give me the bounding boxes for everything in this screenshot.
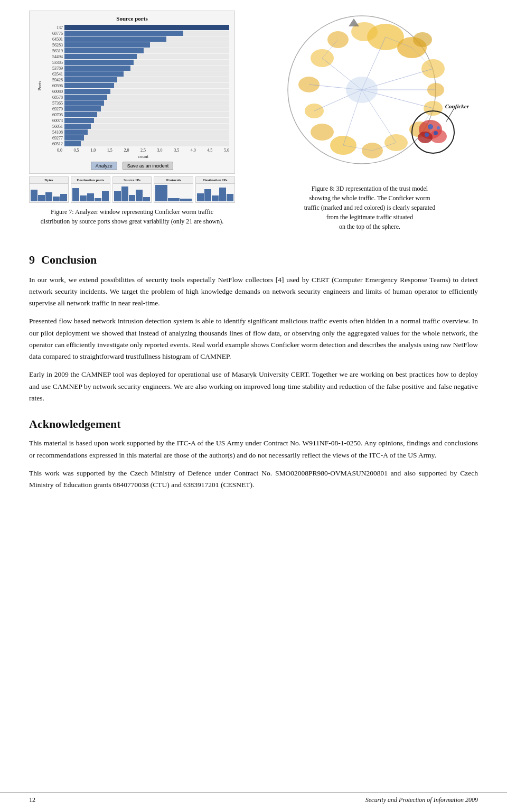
bar-row: 60080 xyxy=(42,89,229,94)
bar-fill xyxy=(64,135,84,141)
svg-point-37 xyxy=(428,124,433,129)
save-incident-button[interactable]: Save as an incident xyxy=(123,162,174,170)
bar-row: 57365 xyxy=(42,100,229,106)
network-graph: Conficker xyxy=(269,11,470,180)
bar-row: 54108 xyxy=(42,129,229,135)
bar-row: 68776 xyxy=(42,31,229,36)
bar-fill xyxy=(64,54,137,59)
page: Source ports Ports 137687766450156283563… xyxy=(0,0,507,812)
bar-row: 53789 xyxy=(42,66,229,71)
chart-buttons: Analyze Save as an incident xyxy=(35,162,229,170)
analyze-button[interactable]: Analyze xyxy=(91,162,117,170)
mini-chart-dest-ports-content xyxy=(71,184,110,202)
bar-row: 137 xyxy=(42,25,229,30)
bar-bg xyxy=(64,54,229,59)
bar-row: 64501 xyxy=(42,36,229,42)
bar-fill xyxy=(64,25,229,30)
bar-bg xyxy=(64,95,229,100)
svg-point-38 xyxy=(434,131,438,135)
svg-point-4 xyxy=(413,32,432,47)
bar-fill xyxy=(64,95,107,100)
svg-point-35 xyxy=(430,129,447,143)
bar-fill xyxy=(64,124,91,129)
bar-fill xyxy=(64,60,134,65)
bar-row: 59428 xyxy=(42,77,229,82)
bar-row: 60705 xyxy=(42,112,229,117)
bar-fill xyxy=(64,83,114,88)
figures-section: Source ports Ports 137687766450156283563… xyxy=(0,0,507,237)
section-9-para-3: Early in 2009 the CAMNEP tool was deploy… xyxy=(29,369,478,404)
bar-bg xyxy=(64,25,229,30)
chart-title: Source ports xyxy=(35,15,229,22)
mini-chart-bytes-content xyxy=(30,184,68,202)
bar-fill xyxy=(64,42,150,48)
bar-row: 63541 xyxy=(42,71,229,77)
bar-label: 53789 xyxy=(42,66,64,71)
bar-row: 69277 xyxy=(42,135,229,141)
bar-fill xyxy=(64,77,117,82)
bar-label: 60073 xyxy=(42,118,64,123)
bar-label: 69277 xyxy=(42,136,64,141)
bar-label: 56051 xyxy=(42,124,64,129)
figure-7-container: Source ports Ports 137687766450156283563… xyxy=(21,11,243,226)
svg-point-32 xyxy=(346,77,378,103)
mini-chart-source-ips-label: Source IPs xyxy=(113,177,152,184)
bar-bg xyxy=(64,42,229,48)
section-9-title: Conclusion xyxy=(41,253,97,266)
bar-fill xyxy=(64,89,110,94)
ack-para-2: This work was supported by the Czech Min… xyxy=(29,468,478,491)
section-9-number: 9 xyxy=(29,253,35,266)
chart-ylabel: Ports xyxy=(35,81,42,91)
bar-label: 53385 xyxy=(42,60,64,65)
bar-label: 60080 xyxy=(42,89,64,94)
mini-charts-row: Bytes Destination ports xyxy=(29,176,235,203)
mini-chart-dest-ips-content xyxy=(196,184,234,202)
bar-label: 60705 xyxy=(42,113,64,117)
bar-bg xyxy=(64,118,229,123)
svg-point-39 xyxy=(425,133,429,137)
acknowledgement-heading: Acknowledgement xyxy=(29,417,478,431)
bar-fill xyxy=(64,129,88,135)
svg-marker-42 xyxy=(349,18,359,26)
mini-chart-bytes-label: Bytes xyxy=(30,177,68,184)
bar-row: 69270 xyxy=(42,106,229,111)
bar-label: 68578 xyxy=(42,95,64,100)
bar-label: 60512 xyxy=(42,142,64,146)
page-footer: 12 Security and Protection of Informatio… xyxy=(0,792,507,804)
bar-bg xyxy=(64,106,229,111)
bar-bg xyxy=(64,89,229,94)
svg-point-10 xyxy=(311,124,334,141)
bar-label: 56319 xyxy=(42,49,64,53)
bar-label: 63541 xyxy=(42,72,64,77)
bar-fill xyxy=(64,100,104,106)
bar-fill xyxy=(64,112,97,117)
section-9-para-2: Presented flow based network intrusion d… xyxy=(29,315,478,362)
bar-label: 64501 xyxy=(42,37,64,42)
bar-label: 59428 xyxy=(42,78,64,82)
bar-chart: Source ports Ports 137687766450156283563… xyxy=(29,11,235,174)
chart-xaxis: 0,00,51,01,52,02,53,03,54,04,55,0 xyxy=(35,148,229,153)
bar-fill xyxy=(64,31,183,36)
bar-row: 56319 xyxy=(42,48,229,53)
bar-fill xyxy=(64,66,130,71)
bar-bg xyxy=(64,141,229,146)
bar-row: 60073 xyxy=(42,118,229,123)
main-content: 9Conclusion In our work, we extend possi… xyxy=(0,237,507,508)
mini-chart-protocols-label: Protocols xyxy=(154,177,193,184)
mini-chart-dest-ports: Destination ports xyxy=(71,176,110,203)
bar-row: 56283 xyxy=(42,42,229,48)
bar-label: 68776 xyxy=(42,31,64,36)
svg-point-40 xyxy=(437,126,440,129)
mini-chart-dest-ports-label: Destination ports xyxy=(71,177,110,184)
section-9-heading: 9Conclusion xyxy=(29,253,478,268)
network-svg xyxy=(269,11,470,180)
bar-label: 60596 xyxy=(42,83,64,88)
mini-chart-dest-ips: Destination IPs xyxy=(195,176,235,203)
bar-label: 56283 xyxy=(42,43,64,48)
bar-fill xyxy=(64,36,166,42)
conficker-label: Conficker xyxy=(445,103,469,109)
bar-row: 60512 xyxy=(42,141,229,146)
bar-bg xyxy=(64,100,229,106)
bar-row: 60596 xyxy=(42,83,229,88)
svg-point-36 xyxy=(418,132,433,143)
